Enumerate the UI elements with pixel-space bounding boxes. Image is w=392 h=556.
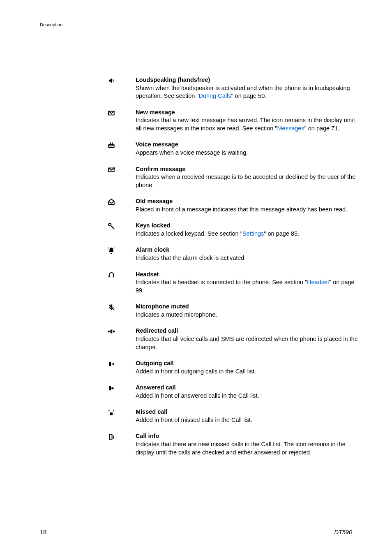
keys-locked-desc: Indicates a locked keypad. See section " <box>136 230 242 237</box>
icon-entry-alarm-clock: Alarm clockIndicates that the alarm cloc… <box>108 246 358 262</box>
speaker-icon <box>108 77 115 84</box>
old-message-icon-col <box>108 197 136 206</box>
loudspeaking-desc: " on page 50. <box>231 93 266 99</box>
icon-entry-microphone-muted: Microphone mutedIndicates a muted microp… <box>108 303 358 319</box>
info-icon <box>108 433 115 440</box>
keys-locked-text: Keys lockedIndicates a locked keypad. Se… <box>136 222 358 238</box>
headset-title: Headset <box>136 271 159 278</box>
svg-rect-15 <box>110 434 112 439</box>
envelope-icon <box>108 109 115 117</box>
call-info-icon-col <box>108 432 136 440</box>
missed-call-icon-col <box>108 408 136 416</box>
open-envelope-icon <box>108 198 115 206</box>
new-message-link[interactable]: Messages <box>277 125 304 132</box>
call-info-text: Call infoIndicates that there are new mi… <box>136 432 358 456</box>
confirm-message-icon-col <box>108 165 136 174</box>
key-icon <box>108 222 115 230</box>
svg-rect-12 <box>109 362 111 366</box>
header-section: Description <box>40 22 62 27</box>
icon-entry-new-message: New messageIndicates that a new text mes… <box>108 109 358 133</box>
icon-entry-call-info: Call infoIndicates that there are new mi… <box>108 432 358 456</box>
loudspeaking-icon-col <box>108 76 136 84</box>
old-message-desc: Placed in front of a message indicates t… <box>136 206 347 213</box>
alarm-clock-desc: Indicates that the alarm clock is activa… <box>136 255 246 261</box>
bell-icon <box>108 247 115 254</box>
keys-locked-link[interactable]: Settings <box>242 230 264 237</box>
new-message-title: New message <box>136 109 175 116</box>
new-message-icon-col <box>108 109 136 117</box>
loudspeaking-link[interactable]: During Calls <box>198 93 231 99</box>
new-message-desc: " on page 71. <box>304 125 340 132</box>
headset-desc: Indicates that a headset is connected to… <box>136 279 307 285</box>
icon-entry-loudspeaking: Loudspeaking (handsfree)Shown when the l… <box>108 76 358 100</box>
icon-entry-keys-locked: Keys lockedIndicates a locked keypad. Se… <box>108 222 358 238</box>
answered-call-text: Answered callAdded in front of answered … <box>136 384 358 400</box>
missed-call-text: Missed callAdded in front of missed call… <box>136 408 358 424</box>
confirm-message-desc: Indicates when a received message is to … <box>136 174 355 188</box>
headset-link[interactable]: Headset <box>307 279 329 285</box>
loudspeaking-text: Loudspeaking (handsfree)Shown when the l… <box>136 76 358 100</box>
outgoing-call-title: Outgoing call <box>136 360 174 366</box>
keys-locked-title: Keys locked <box>136 222 171 229</box>
outgoing-call-desc: Added in front of outgoing calls in the … <box>136 368 256 375</box>
outgoing-call-icon-col <box>108 359 136 368</box>
voice-message-title: Voice message <box>136 141 178 148</box>
icon-entry-confirm-message: Confirm messageIndicates when a received… <box>108 165 358 190</box>
microphone-muted-text: Microphone mutedIndicates a muted microp… <box>136 303 358 319</box>
svg-rect-8 <box>113 275 114 277</box>
answered-icon <box>108 385 115 392</box>
missed-icon <box>108 409 115 416</box>
page-number: 18 <box>40 529 46 535</box>
missed-call-title: Missed call <box>136 408 167 415</box>
answered-call-desc: Added in front of answered calls in the … <box>136 392 259 399</box>
confirm-message-text: Confirm messageIndicates when a received… <box>136 165 358 190</box>
alarm-clock-text: Alarm clockIndicates that the alarm cloc… <box>136 246 358 262</box>
icon-entry-headset: HeadsetIndicates that a headset is conne… <box>108 271 358 295</box>
microphone-muted-desc: Indicates a muted microphone. <box>136 311 217 318</box>
mic-muted-icon <box>108 303 115 311</box>
icon-entry-answered-call: Answered callAdded in front of answered … <box>108 384 358 400</box>
icon-entry-outgoing-call: Outgoing callAdded in front of outgoing … <box>108 359 358 375</box>
microphone-muted-title: Microphone muted <box>136 303 189 310</box>
svg-point-6 <box>109 224 110 225</box>
alarm-clock-icon-col <box>108 246 136 254</box>
keys-locked-icon-col <box>108 222 136 230</box>
headset-text: HeadsetIndicates that a headset is conne… <box>136 271 358 295</box>
confirm-message-title: Confirm message <box>136 166 186 172</box>
voice-message-icon <box>108 141 115 149</box>
keys-locked-desc: " on page 85. <box>264 230 299 237</box>
missed-call-desc: Added in front of missed calls in the Ca… <box>136 417 252 423</box>
voice-message-icon-col <box>108 141 136 149</box>
old-message-text: Old messagePlaced in front of a message … <box>136 197 358 213</box>
headset-icon <box>108 271 115 279</box>
confirm-message-icon <box>108 166 115 174</box>
svg-rect-14 <box>110 412 113 415</box>
icon-entry-redirected-call: Redirected callIndicates that all voice … <box>108 327 358 351</box>
outgoing-icon <box>108 360 115 368</box>
new-message-text: New messageIndicates that a new text mes… <box>136 109 358 133</box>
svg-rect-13 <box>109 386 111 391</box>
call-info-desc: Indicates that there are new missed call… <box>136 441 346 456</box>
voice-message-desc: Appears when a voice message is waiting. <box>136 149 248 156</box>
redirected-call-desc: Indicates that all voice calls and SMS a… <box>136 336 358 350</box>
model-number: DT590 <box>334 529 352 535</box>
svg-point-16 <box>113 435 113 436</box>
redirect-icon <box>108 328 115 335</box>
loudspeaking-title: Loudspeaking (handsfree) <box>136 76 210 83</box>
answered-call-title: Answered call <box>136 384 176 391</box>
icon-entry-missed-call: Missed callAdded in front of missed call… <box>108 408 358 424</box>
voice-message-text: Voice messageAppears when a voice messag… <box>136 141 358 157</box>
svg-rect-11 <box>111 330 113 334</box>
microphone-muted-icon-col <box>108 303 136 311</box>
old-message-title: Old message <box>136 198 173 204</box>
redirected-call-title: Redirected call <box>136 327 178 334</box>
headset-icon-col <box>108 271 136 279</box>
content-list: Loudspeaking (handsfree)Shown when the l… <box>108 76 358 465</box>
outgoing-call-text: Outgoing callAdded in front of outgoing … <box>136 359 358 375</box>
svg-rect-7 <box>108 275 110 277</box>
call-info-title: Call info <box>136 433 159 439</box>
svg-rect-17 <box>113 436 113 439</box>
redirected-call-icon-col <box>108 327 136 335</box>
alarm-clock-title: Alarm clock <box>136 246 169 253</box>
answered-call-icon-col <box>108 384 136 392</box>
